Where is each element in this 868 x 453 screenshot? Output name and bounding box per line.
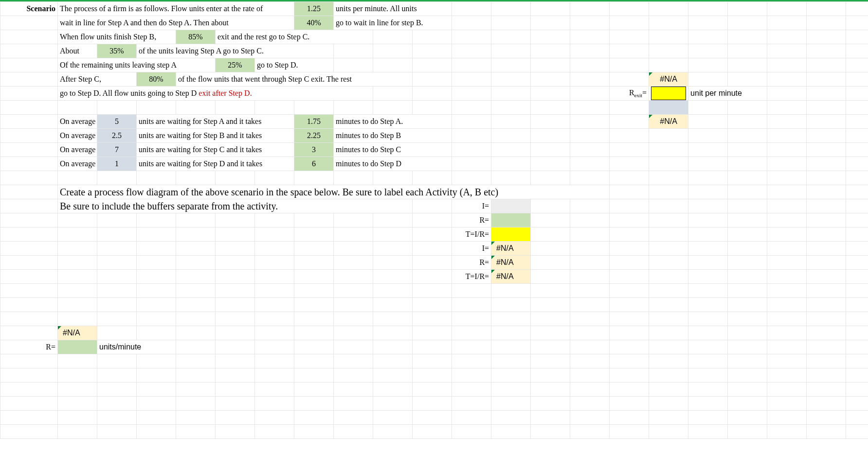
spreadsheet-sheet[interactable]: Scenario The process of a firm is as fol…: [0, 0, 868, 453]
text: units are waiting for Step D and it take…: [137, 157, 294, 171]
input-pct-a-to-c[interactable]: 35%: [97, 44, 137, 58]
calc-r2-value: #N/A: [491, 256, 531, 270]
text: The process of a firm is as follows. Flo…: [58, 2, 294, 16]
text: wait in line for Step A and then do Step…: [58, 16, 294, 30]
rexit-unit: unit per minute: [688, 87, 767, 101]
bottom-na: #N/A: [58, 326, 97, 340]
calc-r-value[interactable]: [491, 213, 531, 227]
input-dur-c[interactable]: 3: [294, 143, 334, 157]
text: go to Step D.: [255, 58, 334, 72]
text: units per minute. All units: [334, 2, 452, 16]
calc-tir2-value: #N/A: [491, 270, 531, 284]
text: minutes to do Step D: [334, 157, 452, 171]
input-wait-b[interactable]: 2.5: [97, 129, 137, 143]
input-pct-to-b[interactable]: 40%: [294, 16, 334, 30]
calc-i-label: I=: [452, 199, 491, 213]
text: After Step C,: [58, 72, 137, 87]
calc-r-label: R=: [452, 213, 491, 227]
input-dur-d[interactable]: 6: [294, 157, 334, 171]
calc-tir-value[interactable]: [491, 227, 531, 242]
text: exit and the rest go to Step C.: [216, 30, 373, 44]
text: minutes to do Step B: [334, 129, 452, 143]
text: of the units leaving Step A go to Step C…: [137, 44, 334, 58]
bottom-r-label: R=: [0, 340, 58, 354]
text: minutes to do Step A.: [334, 115, 452, 129]
scenario-label: Scenario: [0, 2, 58, 16]
calc-tir2-label: T=I/R=: [452, 270, 491, 284]
input-wait-c[interactable]: 7: [97, 143, 137, 157]
text: About: [58, 44, 97, 58]
spreadsheet-grid[interactable]: Scenario The process of a firm is as fol…: [0, 1, 868, 439]
rexit-input[interactable]: [649, 87, 688, 101]
text: On average: [58, 129, 97, 143]
text: go to wait in line for step B.: [334, 16, 452, 30]
text: go to Step D. All flow units going to St…: [60, 89, 199, 97]
text: minutes to do Step C: [334, 143, 452, 157]
calc-i2-label: I=: [452, 242, 491, 256]
text: Of the remaining units leaving step A: [58, 58, 216, 72]
bottom-r-value[interactable]: [58, 340, 97, 354]
text-row7: go to Step D. All flow units going to St…: [58, 87, 373, 101]
calc-i2-value: #N/A: [491, 242, 531, 256]
input-rate[interactable]: 1.25: [294, 2, 334, 16]
input-wait-a[interactable]: 5: [97, 115, 137, 129]
text: units are waiting for Step C and it take…: [137, 143, 294, 157]
bottom-r-unit: units/minute: [97, 340, 176, 354]
input-dur-a[interactable]: 1.75: [294, 115, 334, 129]
text: units are waiting for Step B and it take…: [137, 129, 294, 143]
error-na-1: #N/A: [649, 72, 688, 87]
text: On average: [58, 115, 97, 129]
input-wait-d[interactable]: 1: [97, 157, 137, 171]
error-na-2: #N/A: [649, 115, 688, 129]
blue-cell[interactable]: [649, 101, 688, 115]
text: When flow units finish Step B,: [58, 30, 176, 44]
text: of the flow units that went through Step…: [176, 72, 413, 87]
text: On average: [58, 157, 97, 171]
calc-tir-label: T=I/R=: [452, 227, 491, 242]
rexit-label: Rexit=: [610, 87, 649, 101]
text: Create a process flow diagram of the abo…: [58, 185, 610, 199]
input-pct-a-to-d[interactable]: 25%: [216, 58, 255, 72]
text-red: exit after Step D.: [199, 89, 252, 97]
calc-r2-label: R=: [452, 256, 491, 270]
input-pct-b-exit[interactable]: 85%: [176, 30, 216, 44]
text: On average: [58, 143, 97, 157]
input-pct-c-exit[interactable]: 80%: [137, 72, 176, 87]
calc-i-value[interactable]: [491, 199, 531, 213]
text: units are waiting for Step A and it take…: [137, 115, 294, 129]
input-dur-b[interactable]: 2.25: [294, 129, 334, 143]
text: Be sure to include the buffers separate …: [58, 199, 413, 213]
